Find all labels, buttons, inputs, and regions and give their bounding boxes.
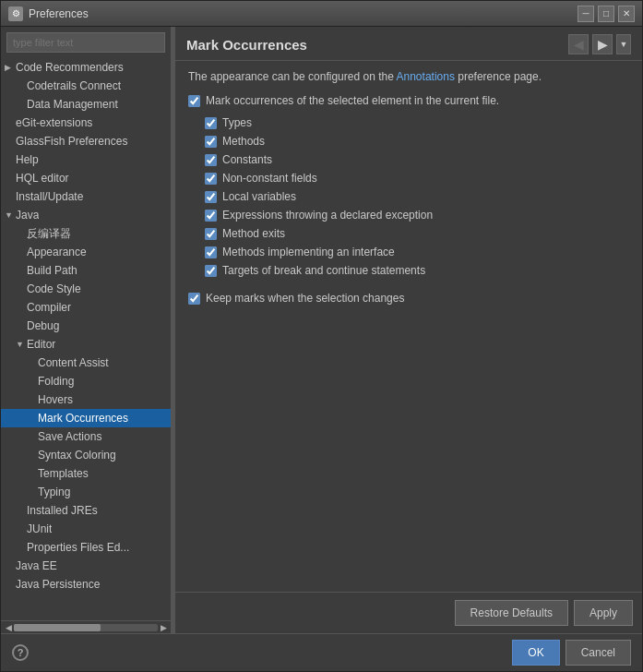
restore-defaults-button[interactable]: Restore Defaults [455,600,568,626]
sidebar-item-editor-typing[interactable]: Typing [1,483,171,501]
sidebar-item-label: Debug [27,319,59,332]
checkbox-types[interactable] [205,117,217,129]
sub-checkbox-row-interface-methods: Methods implementing an interface [205,246,629,258]
filter-input[interactable] [6,32,165,53]
sidebar-item-junit[interactable]: JUnit [1,520,171,538]
footer-bar: ? OK Cancel [1,633,642,671]
close-button[interactable]: ✕ [618,6,635,22]
sidebar-item-label: Java Persistence [16,578,100,591]
sidebar-item-glassfish-preferences[interactable]: GlassFish Preferences [1,132,171,150]
panel-content: The appearance can be configured on the … [175,61,642,592]
sidebar-item-hql-editor[interactable]: HQL editor [1,169,171,187]
sidebar-scrollbar[interactable]: ◀ ▶ [1,620,171,633]
main-panel: Mark Occurrences ◀ ▶ ▼ The appearance ca… [175,27,642,633]
sidebar-item-java-persistence[interactable]: Java Persistence [1,575,171,594]
scroll-left-arrow[interactable]: ◀ [3,622,14,633]
keep-marks-checkbox[interactable] [188,293,200,305]
nav-back-button[interactable]: ◀ [568,34,589,54]
footer-actions: OK Cancel [512,640,631,666]
sidebar-item-data-management[interactable]: Data Management [1,95,171,114]
sub-checkbox-row-constants: Constants [205,153,629,166]
sidebar-item-editor-mark-occurrences[interactable]: Mark Occurrences [1,409,171,427]
sidebar-item-label: Code Style [27,282,81,295]
nav-forward-button[interactable]: ▶ [592,34,613,54]
checkbox-label-exceptions: Expressions throwing a declared exceptio… [222,209,433,222]
sub-checkbox-row-methods: Methods [205,135,629,148]
sidebar-item-java-build-path[interactable]: Build Path [1,261,171,280]
tree-area[interactable]: ▶ Code Recommenders Codetrails Connect D… [1,58,171,620]
sidebar-item-java-fanyiqi[interactable]: 反编译器 [1,224,171,243]
sidebar-item-label: Typing [38,486,70,498]
checkbox-interface-methods[interactable] [205,246,217,258]
sidebar-item-java-ee[interactable]: Java EE [1,557,171,575]
checkbox-label-break-continue: Targets of break and continue statements [222,264,425,277]
checkbox-method-exits[interactable] [205,228,217,240]
sidebar-item-java[interactable]: ▼ Java [1,206,171,224]
cancel-button[interactable]: Cancel [566,640,631,666]
sidebar-item-label: Appearance [27,246,87,258]
sidebar-item-label: GlassFish Preferences [16,135,127,148]
window-icon: ⚙ [8,6,23,21]
sidebar: ▶ Code Recommenders Codetrails Connect D… [1,27,172,633]
sidebar-item-editor-hovers[interactable]: Hovers [1,390,171,409]
sidebar-item-properties-files-e[interactable]: Properties Files Ed... [1,538,171,557]
keep-marks-label: Keep marks when the selection changes [206,292,404,305]
main-checkbox[interactable] [188,95,200,107]
sidebar-item-editor-save-actions[interactable]: Save Actions [1,427,171,446]
sidebar-item-java-editor[interactable]: ▼ Editor [1,335,171,354]
sidebar-item-label: Folding [38,375,74,388]
checkbox-break-continue[interactable] [205,265,217,277]
checkbox-constants[interactable] [205,154,217,166]
sub-checkbox-row-break-continue: Targets of break and continue statements [205,264,629,277]
sub-checkbox-row-method-exits: Method exits [205,227,629,240]
checkbox-local-variables[interactable] [205,191,217,203]
sidebar-item-code-recommenders[interactable]: ▶ Code Recommenders [1,58,171,77]
panel-title: Mark Occurrences [186,37,568,53]
sub-checkbox-row-non-constant-fields: Non-constant fields [205,172,629,185]
description-prefix: The appearance can be configured on the [188,70,397,83]
sidebar-item-editor-syntax-coloring[interactable]: Syntax Coloring [1,446,171,464]
scroll-right-arrow[interactable]: ▶ [158,622,169,633]
checkbox-label-methods: Methods [222,135,265,148]
sidebar-item-java-compiler[interactable]: Compiler [1,298,171,317]
sidebar-item-label: Mark Occurrences [38,412,128,425]
sidebar-item-label: Hovers [38,393,73,406]
checkbox-non-constant-fields[interactable] [205,173,217,185]
sidebar-item-codetrails-connect[interactable]: Codetrails Connect [1,77,171,95]
nav-arrows: ◀ ▶ ▼ [568,34,631,54]
title-bar-controls: ─ □ ✕ [578,6,635,22]
sidebar-item-editor-content-assist[interactable]: Content Assist [1,354,171,372]
content-area: ▶ Code Recommenders Codetrails Connect D… [1,27,642,633]
annotations-link[interactable]: Annotations [397,70,455,83]
sidebar-item-label: Data Management [27,98,118,111]
sidebar-item-java-debug[interactable]: Debug [1,317,171,335]
sidebar-item-java-appearance[interactable]: Appearance [1,243,171,261]
sidebar-item-install-update[interactable]: Install/Update [1,187,171,206]
sidebar-item-help[interactable]: Help [1,150,171,169]
checkbox-label-local-variables: Local variables [222,190,296,203]
apply-button[interactable]: Apply [574,600,633,626]
checkbox-label-constants: Constants [222,153,272,166]
tree-arrow: ▶ [5,63,16,72]
sidebar-item-label: Install/Update [16,190,83,203]
preferences-window: ⚙ Preferences ─ □ ✕ ▶ Code Recommenders … [0,0,643,672]
sidebar-item-editor-folding[interactable]: Folding [1,372,171,390]
scroll-thumb [14,624,101,631]
sidebar-item-installed-jres[interactable]: Installed JREs [1,501,171,520]
maximize-button[interactable]: □ [598,6,614,22]
checkbox-methods[interactable] [205,136,217,148]
window-title: Preferences [29,7,578,20]
checkbox-label-method-exits: Method exits [222,227,285,240]
sub-checkbox-row-exceptions: Expressions throwing a declared exceptio… [205,209,629,222]
sidebar-item-label: Save Actions [38,430,101,443]
sidebar-item-editor-templates[interactable]: Templates [1,464,171,483]
checkbox-label-interface-methods: Methods implementing an interface [222,246,395,258]
checkbox-exceptions[interactable] [205,210,217,222]
minimize-button[interactable]: ─ [578,6,594,22]
sidebar-item-egit-extensions[interactable]: eGit-extensions [1,114,171,132]
help-button[interactable]: ? [12,644,29,661]
ok-button[interactable]: OK [512,640,559,666]
nav-dropdown-button[interactable]: ▼ [616,34,631,54]
sidebar-item-java-code-style[interactable]: Code Style [1,280,171,298]
separator [188,282,629,292]
